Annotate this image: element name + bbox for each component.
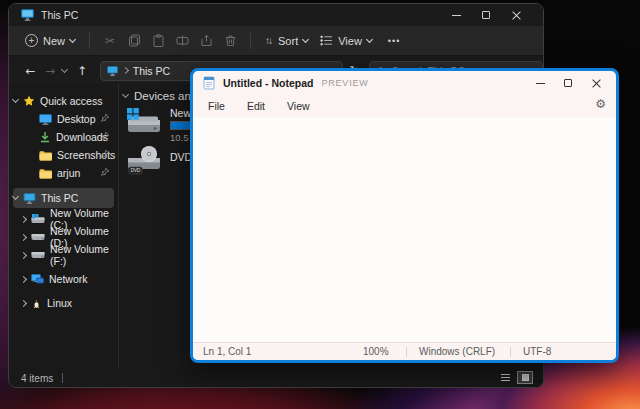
sidebar-item-label: Desktop bbox=[57, 113, 96, 125]
chevron-down-icon bbox=[366, 35, 373, 42]
zoom-level[interactable]: 100% bbox=[351, 343, 406, 360]
notepad-window-controls bbox=[526, 71, 610, 95]
paste-icon bbox=[152, 34, 165, 47]
rename-icon bbox=[176, 34, 189, 47]
notepad-icon bbox=[203, 76, 215, 90]
share-button[interactable] bbox=[194, 29, 218, 53]
sidebar-item-drive-f[interactable]: New Volume (F:) bbox=[13, 246, 114, 264]
back-button[interactable]: ← bbox=[21, 64, 40, 78]
sort-button[interactable]: ↑↓ Sort bbox=[259, 31, 314, 51]
hard-drive-icon bbox=[125, 106, 162, 143]
notepad-statusbar: Ln 1, Col 1 100% Windows (CRLF) UTF-8 bbox=[193, 342, 616, 360]
system-drive-icon bbox=[31, 214, 45, 224]
sidebar-item-linux[interactable]: Linux bbox=[13, 294, 114, 312]
window-title: This PC bbox=[41, 9, 78, 21]
pin-icon bbox=[100, 113, 110, 123]
line-ending[interactable]: Windows (CRLF) bbox=[407, 343, 510, 360]
breadcrumb-separator-icon bbox=[122, 67, 129, 74]
sidebar-item-desktop[interactable]: Desktop bbox=[13, 110, 114, 128]
sidebar-item-arjun[interactable]: arjun bbox=[13, 164, 114, 182]
this-pc-icon bbox=[21, 9, 34, 21]
star-icon bbox=[23, 95, 35, 107]
more-icon: ••• bbox=[388, 36, 400, 46]
forward-button[interactable]: → bbox=[40, 64, 59, 78]
close-icon bbox=[592, 79, 601, 88]
cursor-position: Ln 1, Col 1 bbox=[203, 346, 251, 357]
item-count: 4 items bbox=[21, 373, 53, 384]
explorer-titlebar[interactable]: This PC bbox=[9, 4, 543, 26]
up-button[interactable]: ↑ bbox=[72, 64, 91, 78]
menu-view[interactable]: View bbox=[276, 97, 321, 115]
sidebar-item-downloads[interactable]: Downloads bbox=[13, 128, 114, 146]
delete-button[interactable] bbox=[218, 29, 242, 53]
sidebar-item-network[interactable]: Network bbox=[13, 270, 114, 288]
notepad-titlebar[interactable]: Untitled - Notepad PREVIEW bbox=[193, 71, 616, 95]
view-toggle-group bbox=[497, 371, 533, 384]
preview-badge: PREVIEW bbox=[321, 78, 368, 88]
notepad-window-title: Untitled - Notepad bbox=[223, 77, 313, 89]
recent-locations-chevron-icon[interactable] bbox=[61, 66, 68, 73]
menu-file[interactable]: File bbox=[197, 97, 236, 115]
delete-icon bbox=[224, 34, 237, 47]
maximize-button[interactable] bbox=[554, 71, 582, 95]
sidebar-item-label: Linux bbox=[47, 297, 72, 309]
encoding[interactable]: UTF-8 bbox=[511, 343, 616, 360]
details-view-toggle-button[interactable] bbox=[497, 371, 513, 384]
settings-button[interactable]: ⚙ bbox=[595, 97, 606, 111]
cut-button[interactable]: ✂ bbox=[98, 29, 122, 53]
dvd-drive-icon: DVD bbox=[125, 144, 162, 176]
network-icon bbox=[31, 274, 44, 285]
downloads-icon bbox=[39, 131, 51, 143]
breadcrumb-root[interactable]: This PC bbox=[133, 65, 170, 77]
close-button[interactable] bbox=[582, 71, 610, 95]
this-pc-icon bbox=[23, 193, 36, 204]
sidebar-item-label: New Volume (F:) bbox=[50, 243, 114, 267]
sidebar-item-this-pc[interactable]: This PC bbox=[13, 188, 114, 208]
sidebar-item-label: arjun bbox=[57, 167, 80, 179]
cut-icon: ✂ bbox=[105, 34, 115, 48]
rename-button[interactable] bbox=[170, 29, 194, 53]
new-button-label: New bbox=[43, 35, 65, 47]
folder-icon bbox=[39, 150, 52, 161]
minimize-icon bbox=[452, 15, 461, 16]
large-icons-view-icon bbox=[522, 374, 529, 381]
copy-icon bbox=[128, 34, 141, 47]
explorer-command-bar: + New ✂ ↑↓ Sort bbox=[9, 26, 543, 56]
drive-icon bbox=[31, 251, 45, 259]
minimize-button[interactable] bbox=[441, 4, 471, 26]
maximize-button[interactable] bbox=[471, 4, 501, 26]
details-view-icon bbox=[501, 374, 510, 381]
sidebar-item-quick-access[interactable]: Quick access bbox=[13, 92, 114, 110]
gear-icon: ⚙ bbox=[595, 97, 606, 111]
statusbar-divider bbox=[62, 373, 63, 383]
sidebar-item-label: This PC bbox=[41, 192, 78, 204]
chevron-right-icon bbox=[20, 299, 27, 306]
new-button[interactable]: + New bbox=[19, 30, 81, 51]
more-options-button[interactable]: ••• bbox=[382, 32, 406, 50]
view-button[interactable]: View bbox=[314, 31, 378, 51]
back-icon: ← bbox=[26, 64, 36, 78]
minimize-button[interactable] bbox=[526, 71, 554, 95]
explorer-statusbar: 4 items bbox=[9, 369, 543, 387]
sort-icon: ↑↓ bbox=[265, 35, 271, 46]
chevron-down-icon bbox=[12, 193, 19, 200]
close-button[interactable] bbox=[501, 4, 531, 26]
chevron-right-icon bbox=[20, 251, 27, 258]
editor-text-area[interactable] bbox=[193, 117, 616, 342]
chevron-down-icon bbox=[122, 91, 129, 98]
notepad-window: Untitled - Notepad PREVIEW File Edit Vie… bbox=[190, 68, 619, 363]
explorer-window-controls bbox=[441, 4, 531, 26]
view-icon bbox=[320, 35, 333, 46]
pin-icon bbox=[100, 149, 110, 159]
toolbar-divider bbox=[89, 33, 90, 49]
sidebar-item-screenshots[interactable]: Screenshots bbox=[13, 146, 114, 164]
sort-button-label: Sort bbox=[278, 35, 298, 47]
menu-edit[interactable]: Edit bbox=[236, 97, 276, 115]
copy-button[interactable] bbox=[122, 29, 146, 53]
toolbar-divider bbox=[250, 33, 251, 49]
linux-penguin-icon bbox=[31, 297, 42, 309]
dvd-badge: DVD bbox=[131, 168, 141, 173]
paste-button[interactable] bbox=[146, 29, 170, 53]
large-icons-view-toggle-button[interactable] bbox=[517, 371, 533, 384]
plus-icon: + bbox=[25, 34, 38, 47]
